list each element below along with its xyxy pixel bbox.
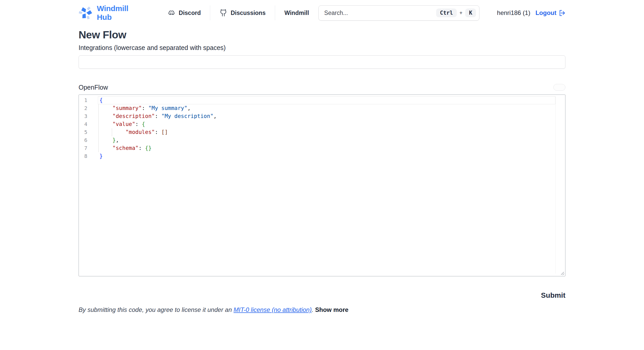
logout-link[interactable]: Logout bbox=[536, 9, 565, 16]
integrations-label: Integrations (lowercase and separated wi… bbox=[79, 44, 565, 52]
discord-icon bbox=[167, 9, 175, 17]
code-line[interactable]: 7 "schema": {} bbox=[79, 144, 565, 152]
logout-label: Logout bbox=[536, 9, 556, 16]
openflow-toggle[interactable] bbox=[553, 84, 565, 91]
show-more-link[interactable]: Show more bbox=[315, 306, 348, 313]
mit-license-link[interactable]: MIT-0 license (no attribution) bbox=[234, 306, 312, 313]
license-period: . bbox=[312, 306, 315, 313]
username-label: henri186 (1) bbox=[497, 9, 530, 16]
line-number: 2 bbox=[79, 104, 95, 112]
search-bar: Ctrl + K bbox=[318, 5, 480, 21]
line-number: 3 bbox=[79, 112, 95, 120]
search-shortcut: Ctrl + K bbox=[436, 8, 476, 17]
nav-label: Discord bbox=[179, 10, 201, 16]
logout-icon bbox=[558, 10, 565, 16]
line-number: 7 bbox=[79, 144, 95, 152]
user-area: henri186 (1) Logout bbox=[497, 9, 565, 16]
line-number: 5 bbox=[79, 128, 95, 136]
nav-item-discussions[interactable]: Discussions bbox=[210, 9, 275, 17]
brand-title: Windmill Hub bbox=[97, 4, 143, 22]
resize-handle-icon[interactable] bbox=[560, 271, 564, 275]
code-line[interactable]: 1{ bbox=[79, 96, 565, 104]
nav-label: Discussions bbox=[231, 10, 266, 16]
code-text: "modules": [] bbox=[99, 128, 168, 136]
license-text: By submitting this code, you agree to li… bbox=[79, 306, 234, 313]
code-text: "description": "My description", bbox=[99, 112, 217, 120]
page-title: New Flow bbox=[79, 29, 565, 41]
code-line[interactable]: 5 "modules": [] bbox=[79, 128, 565, 136]
code-line[interactable]: 2 "summary": "My summary", bbox=[79, 104, 565, 112]
main-nav: Discord Discussions Windmill bbox=[167, 5, 318, 20]
code-text: "value": { bbox=[99, 120, 145, 128]
openflow-code-editor[interactable]: 1{2 "summary": "My summary",3 "descripti… bbox=[79, 95, 565, 276]
github-icon bbox=[219, 9, 227, 17]
nav-item-discord[interactable]: Discord bbox=[167, 9, 210, 17]
indent-guide bbox=[98, 104, 99, 152]
openflow-label: OpenFlow bbox=[79, 84, 108, 91]
k-key-badge: K bbox=[465, 8, 476, 17]
code-text: "schema": {} bbox=[99, 144, 151, 152]
line-number: 1 bbox=[79, 96, 95, 104]
license-note: By submitting this code, you agree to li… bbox=[79, 306, 565, 313]
code-line[interactable]: 3 "description": "My description", bbox=[79, 112, 565, 120]
nav-item-windmill[interactable]: Windmill bbox=[275, 10, 318, 16]
editor-ruler-line bbox=[555, 96, 556, 274]
code-text: } bbox=[99, 152, 103, 160]
nav-label: Windmill bbox=[284, 10, 309, 16]
submit-button[interactable]: Submit bbox=[541, 291, 565, 300]
plus-sign: + bbox=[459, 10, 462, 16]
code-text: "summary": "My summary", bbox=[99, 104, 191, 112]
line-number: 4 bbox=[79, 120, 95, 128]
line-number: 8 bbox=[79, 152, 95, 160]
header: Windmill Hub Discord bbox=[79, 0, 565, 26]
search-input[interactable] bbox=[324, 10, 436, 16]
indent-guide bbox=[112, 128, 112, 136]
integrations-input[interactable] bbox=[79, 55, 565, 69]
line-number: 6 bbox=[79, 136, 95, 144]
windmill-logo-icon bbox=[79, 6, 93, 20]
ctrl-key-badge: Ctrl bbox=[436, 8, 457, 17]
code-line[interactable]: 4 "value": { bbox=[79, 120, 565, 128]
code-text: }, bbox=[99, 136, 119, 144]
brand-link[interactable]: Windmill Hub bbox=[79, 4, 143, 22]
code-line[interactable]: 6 }, bbox=[79, 136, 565, 144]
code-lines: 1{2 "summary": "My summary",3 "descripti… bbox=[79, 95, 565, 276]
code-text: { bbox=[99, 96, 103, 104]
code-line[interactable]: 8} bbox=[79, 152, 565, 160]
